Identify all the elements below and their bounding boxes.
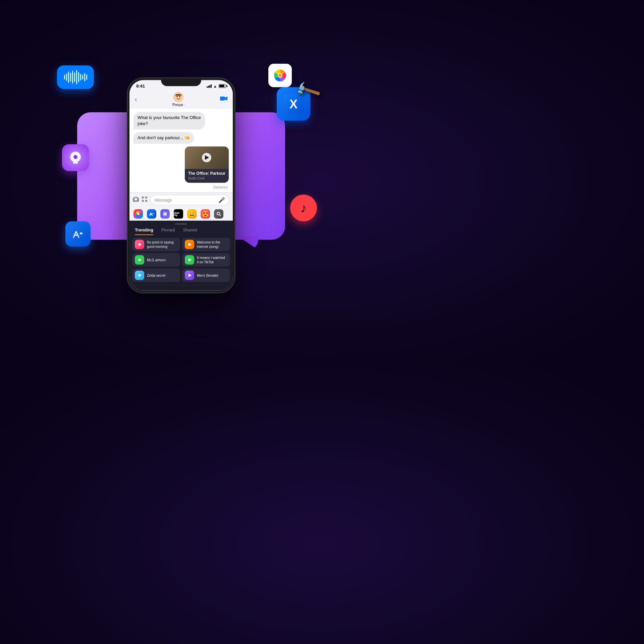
- svg-point-17: [217, 212, 220, 215]
- svg-point-15: [137, 213, 139, 215]
- sound-list: No point in saying good morning Welcome …: [129, 235, 233, 285]
- delivered-status: Delivered: [133, 185, 229, 189]
- tab-shared[interactable]: Shared: [183, 227, 197, 235]
- sound-name-6: Merci (female): [197, 273, 218, 277]
- input-bar: iMessage 🎤: [129, 193, 233, 207]
- float-music-icon: ♪: [290, 195, 317, 221]
- play-sound-3[interactable]: [135, 255, 144, 265]
- signal-bars-icon: [207, 84, 212, 88]
- sound-item-5[interactable]: Zelda secret: [132, 269, 180, 282]
- play-sound-6[interactable]: [185, 271, 194, 280]
- media-title: The Office: Parkour: [188, 171, 225, 176]
- svg-point-5: [73, 155, 77, 159]
- app-icons-row: Apple Pay 😀 😍: [129, 207, 233, 221]
- play-sound-5[interactable]: [135, 271, 144, 280]
- svg-marker-10: [225, 96, 227, 100]
- sound-name-5: Zelda secret: [147, 273, 165, 277]
- bottom-sheet: Trending Pinned Shared No point in sayi: [129, 221, 233, 291]
- sound-item-3[interactable]: MLG airhorn: [132, 253, 180, 267]
- sound-item-2[interactable]: Welcome to the internet (song): [182, 238, 230, 251]
- app-icon[interactable]: [142, 196, 148, 204]
- svg-point-2: [278, 74, 282, 77]
- sound-name-4: It means I watched it on TikTok: [197, 256, 227, 264]
- applepay-icon-btn[interactable]: Apple Pay: [174, 209, 183, 219]
- play-sound-2[interactable]: [185, 240, 194, 249]
- tab-pinned[interactable]: Pinned: [161, 227, 175, 235]
- float-photos-icon: [268, 64, 292, 87]
- message-bubble-2: And don't say parkour... 🤜: [133, 132, 194, 144]
- contact-info[interactable]: Pooya ›: [172, 92, 184, 107]
- waveform-visual: [64, 70, 87, 84]
- contact-name: Pooya: [172, 103, 183, 107]
- status-icons: ▲: [207, 84, 226, 88]
- airpods-icon-btn[interactable]: [160, 209, 170, 219]
- svg-rect-12: [145, 197, 147, 199]
- video-call-button[interactable]: [220, 96, 227, 103]
- imessage-input[interactable]: iMessage 🎤: [150, 195, 229, 205]
- media-message-bubble: The Office: Parkour Audio Cool: [185, 146, 229, 182]
- media-preview: [185, 146, 229, 169]
- tab-trending[interactable]: Trending: [135, 227, 153, 235]
- audio-input-icon[interactable]: 🎤: [218, 197, 225, 203]
- play-sound-1[interactable]: [135, 240, 144, 249]
- input-placeholder: iMessage: [155, 198, 218, 202]
- photos-app-icon[interactable]: [133, 209, 143, 219]
- camera-icon[interactable]: [133, 197, 139, 204]
- battery-icon: [219, 84, 226, 88]
- media-info: The Office: Parkour Audio Cool: [185, 169, 229, 183]
- sound-item-1[interactable]: No point in saying good morning: [132, 238, 180, 251]
- appstore-icon-btn[interactable]: [147, 209, 156, 219]
- svg-rect-9: [220, 96, 225, 100]
- play-sound-4[interactable]: [185, 255, 194, 265]
- svg-rect-14: [145, 200, 147, 202]
- status-time: 9:41: [136, 84, 145, 89]
- float-voice-icon: [57, 65, 94, 89]
- svg-text:X: X: [289, 97, 298, 111]
- avatar: [173, 92, 184, 103]
- phone-mockup: 9:41 ▲ ‹: [127, 78, 235, 293]
- battery-fill: [219, 85, 224, 87]
- svg-rect-11: [142, 197, 144, 199]
- svg-point-8: [179, 96, 180, 97]
- phone-screen: 9:41 ▲ ‹: [129, 80, 233, 291]
- svg-point-6: [174, 93, 183, 102]
- svg-rect-13: [142, 200, 144, 202]
- media-subtitle: Audio Cool: [188, 176, 225, 180]
- sound-item-4[interactable]: It means I watched it on TikTok: [182, 253, 230, 267]
- search-icon-btn[interactable]: [214, 209, 223, 219]
- back-button[interactable]: ‹: [135, 96, 137, 103]
- music-note-icon: ♪: [301, 201, 307, 215]
- sound-name-2: Welcome to the internet (song): [197, 240, 227, 249]
- tabs-row: Trending Pinned Shared: [129, 225, 233, 235]
- svg-line-18: [219, 215, 221, 216]
- messages-area: What is your favourite The Office joke? …: [129, 109, 233, 193]
- sound-item-6[interactable]: Merci (female): [182, 269, 230, 282]
- memoji2-icon-btn[interactable]: 😍: [201, 209, 210, 219]
- message-text-2: And don't say parkour... 🤜: [138, 135, 190, 140]
- navigation-bar: ‹ Pooya ›: [129, 90, 233, 109]
- play-triangle-icon: [205, 155, 209, 160]
- sound-name-3: MLG airhorn: [147, 258, 166, 262]
- phone-body: 9:41 ▲ ‹: [127, 78, 235, 293]
- wifi-icon: ▲: [213, 84, 217, 88]
- contact-chevron-icon: ›: [183, 103, 184, 106]
- svg-point-7: [176, 96, 178, 97]
- sound-name-1: No point in saying good morning: [147, 240, 177, 249]
- float-appstore-icon: [65, 221, 91, 247]
- message-bubble-1: What is your favourite The Office joke?: [133, 112, 205, 129]
- home-indicator: [161, 287, 201, 288]
- message-text-1: What is your favourite The Office joke?: [138, 115, 201, 126]
- memoji1-icon-btn[interactable]: 😀: [187, 209, 197, 219]
- float-castbox-icon: [62, 144, 89, 171]
- phone-notch: [161, 78, 201, 86]
